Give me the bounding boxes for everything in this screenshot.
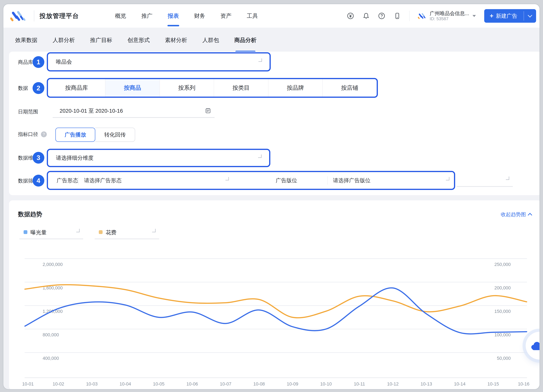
toggle-ad-playback[interactable]: 广告播放 (55, 128, 95, 142)
annotation-badge-2: 2 (33, 82, 44, 94)
svg-text:400,000: 400,000 (43, 356, 59, 361)
svg-text:10-12: 10-12 (387, 381, 399, 386)
data-dimension-placeholder: 请选择细分维度 (56, 154, 94, 162)
product-library-annotation-box: 唯品会 (47, 52, 271, 71)
account-switcher[interactable]: 广州唯品会信息... ID: 53587 (418, 11, 476, 21)
metric-caliber-toggle: 广告播放 转化回传 (55, 128, 135, 142)
ad-slot-select[interactable]: 请选择广告版位 (330, 172, 454, 189)
app-window: 投放管理平台 概览 推广 报表 财务 资产 工具 (3, 4, 540, 390)
svg-text:10-06: 10-06 (187, 381, 198, 386)
svg-text:50,000: 50,000 (497, 356, 511, 361)
segment-by-product[interactable]: 按商品 (105, 79, 160, 97)
filters-card: 商品库 1 唯品会 数据 2 按商品库 按商品 按系列 按类目 按品牌 按店铺 … (9, 52, 540, 195)
data-filter-annotation-box: 广告形态 请选择广告形态 广告版位 请选择广告版位 (47, 171, 455, 190)
svg-text:10-15: 10-15 (487, 381, 499, 386)
annotation-badge-3: 3 (33, 152, 44, 164)
chevron-down-icon (258, 154, 262, 158)
segment-by-category[interactable]: 按类目 (214, 79, 268, 97)
nav-finance[interactable]: 财务 (194, 4, 205, 28)
chevron-down-icon (528, 13, 532, 17)
tab-effect-data[interactable]: 效果数据 (15, 36, 37, 45)
svg-text:10-16: 10-16 (518, 381, 529, 386)
data-dimension-select[interactable]: 请选择细分维度 (48, 150, 269, 166)
segment-by-library[interactable]: 按商品库 (48, 79, 105, 97)
bell-icon[interactable] (362, 12, 370, 20)
nav-report[interactable]: 报表 (168, 4, 179, 28)
annotation-badge-1: 1 (33, 56, 44, 68)
trend-card: 数据趋势 收起趋势图 曝光量 花费 2,000,000250,0001,600,… (9, 200, 540, 390)
account-id: ID: 53587 (430, 16, 469, 21)
svg-text:10-04: 10-04 (119, 381, 131, 386)
trend-chart-canvas[interactable]: 2,000,000250,0001,600,000200,0001,200,00… (9, 200, 540, 390)
svg-text:200,000: 200,000 (494, 285, 511, 290)
segment-by-shop[interactable]: 按店铺 (323, 79, 377, 97)
svg-text:10-10: 10-10 (320, 381, 332, 386)
svg-text:10-09: 10-09 (287, 381, 298, 386)
chevron-down-icon (446, 177, 449, 181)
product-library-value: 唯品会 (56, 58, 72, 65)
svg-text:10-11: 10-11 (354, 381, 365, 386)
ad-form-label: 广告形态 (57, 177, 78, 184)
nav-promotion[interactable]: 推广 (141, 4, 153, 28)
tab-material-analysis[interactable]: 素材分析 (165, 36, 187, 45)
tab-creative-format[interactable]: 创意形式 (127, 36, 150, 45)
tab-audience-analysis[interactable]: 人群分析 (53, 36, 75, 45)
svg-text:100,000: 100,000 (494, 332, 511, 337)
account-name: 广州唯品会信息... (430, 11, 469, 16)
mobile-icon[interactable] (394, 12, 401, 20)
segment-by-brand[interactable]: 按品牌 (268, 79, 323, 97)
currency-yen-icon[interactable] (347, 12, 354, 20)
data-mode-segmented-control: 按商品库 按商品 按系列 按类目 按品牌 按店铺 (48, 79, 377, 97)
data-dimension-annotation-box: 请选择细分维度 (47, 149, 271, 167)
account-caret-icon (472, 15, 476, 17)
metric-caliber-help-icon[interactable]: ? (41, 131, 47, 137)
assistant-logo-icon (530, 341, 540, 351)
svg-text:250,000: 250,000 (494, 262, 511, 267)
toggle-conversion-postback[interactable]: 转化回传 (95, 128, 135, 142)
data-mode-annotation-box: 按商品库 按商品 按系列 按类目 按品牌 按店铺 (47, 78, 378, 98)
account-logo-icon (418, 12, 427, 20)
svg-text:2,000,000: 2,000,000 (43, 262, 63, 267)
date-range-value: 2020-10-01 至 2020-10-16 (60, 107, 123, 114)
calendar-icon (205, 108, 211, 114)
create-ad-label: 新建广告 (496, 12, 517, 20)
svg-text:10-02: 10-02 (53, 381, 64, 386)
nav-active-underline (167, 25, 179, 26)
svg-text:150,000: 150,000 (494, 309, 511, 314)
nav-overview[interactable]: 概览 (115, 4, 126, 28)
svg-text:10-01: 10-01 (22, 381, 34, 386)
ad-slot-label: 广告版位 (276, 177, 297, 184)
nav-assets[interactable]: 资产 (221, 4, 232, 28)
tab-promotion-goal[interactable]: 推广目标 (90, 36, 112, 45)
header-divider (34, 10, 34, 21)
svg-text:10-03: 10-03 (86, 381, 97, 386)
create-ad-dropdown[interactable] (524, 9, 536, 23)
ad-slot-placeholder: 请选择广告版位 (333, 177, 371, 184)
divider (328, 176, 328, 185)
tab-audience-package[interactable]: 人群包 (202, 36, 219, 45)
metric-caliber-label: 指标口径 (18, 131, 38, 138)
svg-text:10-08: 10-08 (253, 381, 265, 386)
segment-by-series[interactable]: 按系列 (160, 79, 214, 97)
data-mode-label: 数据 (18, 85, 28, 91)
ad-form-select[interactable]: 请选择广告形态 (81, 172, 234, 189)
svg-text:10-13: 10-13 (420, 381, 432, 386)
nav-tools[interactable]: 工具 (247, 4, 258, 28)
ad-form-placeholder: 请选择广告形态 (84, 177, 122, 184)
svg-text:10-14: 10-14 (454, 381, 465, 386)
help-circle-icon[interactable] (378, 12, 385, 20)
product-library-select[interactable]: 唯品会 (48, 53, 270, 70)
top-header: 投放管理平台 概览 推广 报表 财务 资产 工具 (3, 4, 539, 28)
date-range-label: 日期范围 (18, 108, 38, 115)
chevron-down-icon (259, 58, 262, 62)
date-range-picker[interactable]: 2020-10-01 至 2020-10-16 (53, 105, 215, 118)
chevron-down-icon (506, 176, 509, 180)
svg-text:10-05: 10-05 (153, 381, 164, 386)
tab-product-analysis[interactable]: 商品分析 (234, 36, 256, 45)
report-subnav: 效果数据 人群分析 推广目标 创意形式 素材分析 人群包 商品分析 (3, 28, 539, 53)
header-divider-2 (409, 11, 410, 21)
create-ad-button[interactable]: + 新建广告 (484, 9, 536, 23)
header-right-cluster: 广州唯品会信息... ID: 53587 + 新建广告 (347, 4, 536, 28)
product-library-label: 商品库 (18, 59, 33, 66)
extra-filter-select[interactable] (457, 174, 513, 187)
